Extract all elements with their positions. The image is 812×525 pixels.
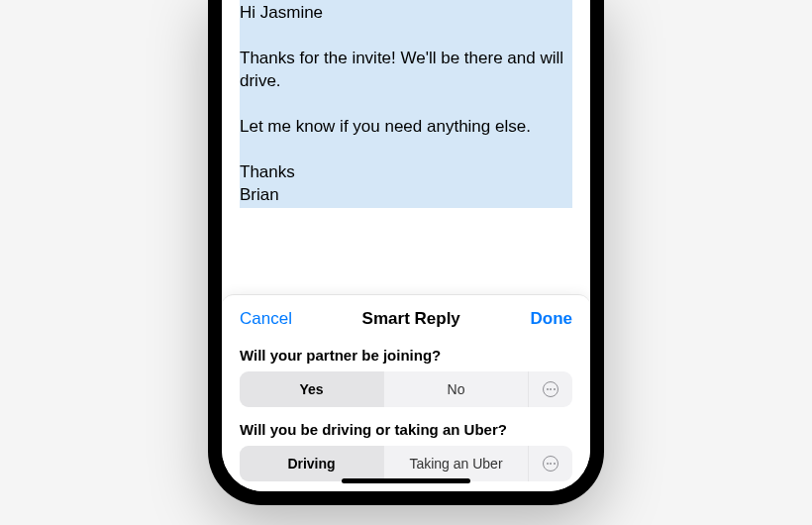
phone-screen: Hi Jasmine Thanks for the invite! We'll … <box>222 0 590 491</box>
email-greeting: Hi Jasmine <box>240 2 572 25</box>
question-1-option-yes[interactable]: Yes <box>240 371 384 407</box>
question-block-1: Will your partner be joining? Yes No <box>222 343 590 417</box>
question-2-option-uber[interactable]: Taking an Uber <box>384 446 529 481</box>
question-2-option-driving[interactable]: Driving <box>240 446 384 481</box>
home-indicator[interactable] <box>342 478 470 483</box>
done-button[interactable]: Done <box>531 309 573 329</box>
question-1-options: Yes No <box>240 371 572 407</box>
cancel-button[interactable]: Cancel <box>240 309 292 329</box>
smart-reply-sheet: Cancel Smart Reply Done Will your partne… <box>222 294 590 491</box>
question-2-more-button[interactable] <box>529 446 572 481</box>
email-signoff: Thanks <box>240 161 572 184</box>
question-2-options: Driving Taking an Uber <box>240 446 572 481</box>
email-line-1: Thanks for the invite! We'll be there an… <box>240 48 572 93</box>
email-highlighted-text[interactable]: Hi Jasmine Thanks for the invite! We'll … <box>240 0 572 208</box>
email-line-2: Let me know if you need anything else. <box>240 116 572 139</box>
question-1-prompt: Will your partner be joining? <box>240 347 572 364</box>
sheet-header: Cancel Smart Reply Done <box>222 295 590 343</box>
ellipsis-icon <box>543 381 558 397</box>
question-2-prompt: Will you be driving or taking an Uber? <box>240 421 572 438</box>
email-content: Hi Jasmine Thanks for the invite! We'll … <box>222 0 590 294</box>
ellipsis-icon <box>543 456 558 472</box>
phone-frame: Hi Jasmine Thanks for the invite! We'll … <box>208 0 604 505</box>
question-1-option-no[interactable]: No <box>384 371 529 407</box>
sheet-title: Smart Reply <box>362 309 460 329</box>
question-1-more-button[interactable] <box>529 371 572 407</box>
email-sender: Brian <box>240 184 572 207</box>
